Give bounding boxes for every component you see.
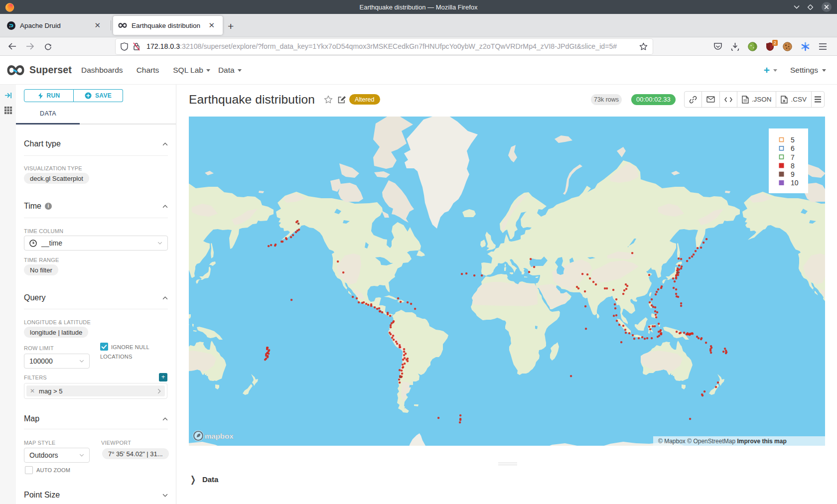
svg-text:8: 8 [791,162,795,170]
svg-text:10: 10 [791,179,799,187]
svg-text:6: 6 [791,144,795,152]
svg-text:7: 7 [791,153,795,161]
svg-text:© Mapbox © OpenStreetMap Impro: © Mapbox © OpenStreetMap Improve this ma… [658,438,787,445]
svg-text:9: 9 [791,170,795,178]
svg-text:5: 5 [791,136,795,144]
svg-text:mapbox: mapbox [205,432,234,440]
